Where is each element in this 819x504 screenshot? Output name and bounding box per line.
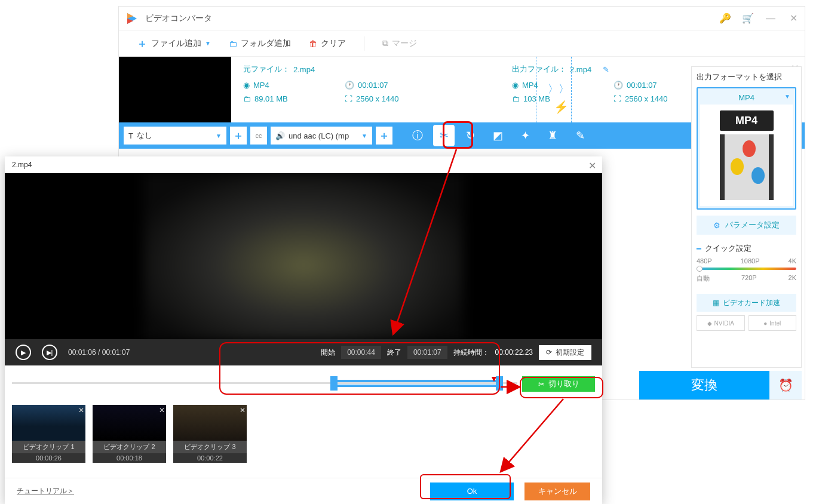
edit-button[interactable]: ✎ <box>568 124 592 147</box>
parameter-settings-button[interactable]: ⚙ パラメータ設定 <box>697 216 796 235</box>
res-720p: 720P <box>741 274 757 283</box>
editor-titlebar: 2.mp4 ✕ <box>5 156 602 173</box>
main-toolbar: ＋ ファイル追加 ▼ 🗀 フォルダ追加 🗑 クリア ⧉ マージ <box>119 30 805 57</box>
app-title: ビデオコンバータ <box>145 13 720 24</box>
gpu-accel-button[interactable]: ▦ ビデオカード加速 <box>697 294 796 312</box>
add-file-label: ファイル追加 <box>151 38 201 49</box>
text-icon: T <box>128 131 133 140</box>
crop-icon: ◩ <box>493 129 503 142</box>
trim-handle-start[interactable] <box>330 376 338 391</box>
scissors-icon: ✂ <box>538 380 545 389</box>
playhead-marker[interactable]: ▼ <box>490 374 498 383</box>
play-icon: ▶ <box>21 349 26 357</box>
intel-chip[interactable]: ●Intel <box>749 315 797 331</box>
info-button[interactable]: ⓘ <box>406 124 430 147</box>
add-subtitle-button[interactable]: ＋ <box>230 127 247 145</box>
timeline-area: ▼ ✂ 切り取り <box>5 365 602 395</box>
plus-icon: ＋ <box>137 36 148 51</box>
clip-item[interactable]: ✕ ビデオクリップ 3 00:00:22 <box>173 405 247 463</box>
res-2k: 2K <box>789 274 796 283</box>
source-thumbnail[interactable] <box>119 57 231 122</box>
clip-name: ビデオクリップ 1 <box>12 441 85 453</box>
format-value: MP4 <box>738 93 754 102</box>
clip-remove-button[interactable]: ✕ <box>159 406 165 414</box>
format-title: 出力フォーマットを選択 <box>697 72 796 82</box>
source-file-info: 元ファイル：2.mp4 ◉MP4 🕐00:01:07 🗀89.01 MB ⛶25… <box>231 57 464 122</box>
pencil-icon[interactable]: ✎ <box>603 65 609 74</box>
preview-frame <box>143 173 464 340</box>
nvidia-chip[interactable]: ◆NVIDIA <box>697 315 745 331</box>
sparkle-icon: ✦ <box>521 129 530 142</box>
subtitle-dropdown[interactable]: T なし ▼ <box>124 127 226 145</box>
watermark-button[interactable]: ♜ <box>541 124 565 147</box>
plus-icon: ＋ <box>233 128 244 143</box>
cancel-button[interactable]: キャンセル <box>524 483 590 500</box>
bottom-bar: 変換 ⏰ <box>639 371 802 399</box>
param-label: パラメータ設定 <box>725 220 780 231</box>
folder-icon: 🗀 <box>512 94 520 103</box>
audio-value: und aac (LC) (mp <box>289 131 349 140</box>
convert-button[interactable]: 変換 <box>639 371 769 399</box>
cc-button[interactable]: cc <box>250 127 267 145</box>
quick-settings-label: ━ クイック設定 <box>697 243 796 254</box>
src-name: 2.mp4 <box>293 65 315 74</box>
chevron-right-icon: 〉〉 <box>548 82 569 96</box>
add-file-button[interactable]: ＋ ファイル追加 ▼ <box>137 36 211 51</box>
play-button[interactable]: ▶ <box>16 345 31 360</box>
src-size: 89.01 MB <box>254 94 288 103</box>
close-button[interactable]: ✕ <box>788 13 799 24</box>
trash-icon: 🗑 <box>309 39 317 48</box>
add-audio-button[interactable]: ＋ <box>376 127 392 145</box>
clip-item[interactable]: ✕ ビデオクリップ 2 00:00:18 <box>93 405 166 463</box>
ok-button[interactable]: Ok <box>430 483 514 500</box>
editor-close-button[interactable]: ✕ <box>588 160 596 171</box>
resolution-icon: ⛶ <box>614 94 621 103</box>
minimize-button[interactable]: — <box>765 13 776 24</box>
clip-remove-button[interactable]: ✕ <box>78 406 84 414</box>
audio-dropdown[interactable]: 🔊 und aac (LC) (mp ▼ <box>271 127 372 145</box>
start-time-input[interactable]: 00:00:44 <box>341 346 381 359</box>
resolution-icon: ⛶ <box>345 94 352 103</box>
res-480p: 480P <box>697 257 712 265</box>
schedule-button[interactable]: ⏰ <box>769 371 802 399</box>
merge-button[interactable]: ⧉ マージ <box>382 38 417 49</box>
edit-icon: ✎ <box>576 129 585 142</box>
right-panel: 出力フォーマットを選択 MP4▼ MP4 ⚙ パラメータ設定 ━ クイック設定 … <box>691 66 802 368</box>
clear-button[interactable]: 🗑 クリア <box>309 38 346 49</box>
alarm-icon: ⏰ <box>778 378 793 392</box>
timeline[interactable]: ▼ ✂ 切り取り <box>12 376 595 391</box>
sound-icon: 🔊 <box>275 131 285 140</box>
reset-button[interactable]: ⟳ 初期設定 <box>539 345 591 360</box>
crop-button[interactable]: ◩ <box>486 124 510 147</box>
merge-label: マージ <box>392 38 417 49</box>
cut-button[interactable]: ✂ <box>433 125 455 146</box>
merge-icon: ⧉ <box>382 38 388 48</box>
rotate-button[interactable]: ↻ <box>458 124 482 147</box>
res-1080p: 1080P <box>741 257 760 265</box>
info-icon: ⓘ <box>412 128 423 143</box>
end-time-input[interactable]: 00:01:07 <box>407 346 447 359</box>
key-icon[interactable]: 🔑 <box>720 13 731 24</box>
tutorial-link[interactable]: チュートリアル＞ <box>17 486 74 496</box>
step-icon: ▶| <box>47 349 53 357</box>
slider-thumb[interactable] <box>697 266 703 272</box>
effects-button[interactable]: ✦ <box>513 124 537 147</box>
add-folder-button[interactable]: 🗀 フォルダ追加 <box>229 38 291 49</box>
clip-remove-button[interactable]: ✕ <box>240 406 246 414</box>
format-selector[interactable]: MP4▼ MP4 <box>697 87 796 210</box>
end-label: 終了 <box>387 348 401 358</box>
clip-item[interactable]: ✕ ビデオクリップ 1 00:00:26 <box>12 405 85 463</box>
src-res: 2560 x 1440 <box>356 94 399 103</box>
src-duration: 00:01:07 <box>358 81 388 90</box>
cut-action-button[interactable]: ✂ 切り取り <box>522 376 595 392</box>
step-button[interactable]: ▶| <box>42 345 57 360</box>
cart-icon[interactable]: 🛒 <box>743 13 753 24</box>
clips-row: ✕ ビデオクリップ 1 00:00:26 ✕ ビデオクリップ 2 00:00:1… <box>5 395 602 463</box>
clip-name: ビデオクリップ 3 <box>173 441 247 453</box>
add-folder-label: フォルダ追加 <box>241 38 291 49</box>
scissors-icon: ✂ <box>440 129 449 142</box>
clock-icon: 🕐 <box>345 81 354 90</box>
resolution-slider[interactable] <box>697 266 796 271</box>
out-res: 2560 x 1440 <box>625 94 668 103</box>
play-icon: ◉ <box>512 81 519 90</box>
